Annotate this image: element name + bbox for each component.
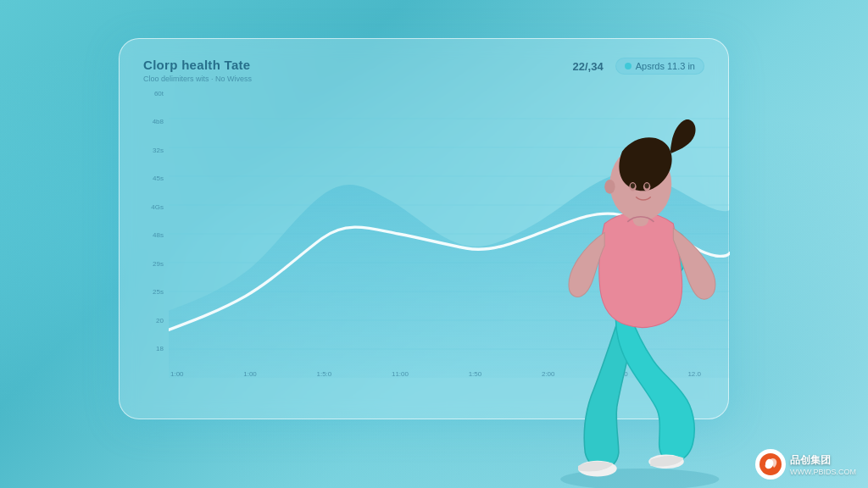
x-label-8: 12.0 [687,370,701,378]
watermark-company: 品创集团 [790,453,856,468]
chart-svg [169,90,730,378]
x-label-6: 2:00 [542,370,555,378]
watermark-logo [755,449,786,480]
y-label-3: 32s [143,147,164,154]
x-label-7: 1:90 [615,370,628,378]
y-label-8: 25s [143,288,164,296]
y-label-4: 45s [143,175,164,182]
card-header: Clorp health Tate Cloo delimiters wits ·… [143,58,704,83]
badge-label: Apsrds 11.3 in [636,61,695,71]
x-label-2: 1:00 [243,370,257,378]
watermark-website: WWW.PBIDS.COM [790,468,856,476]
watermark: 品创集团 WWW.PBIDS.COM [755,449,856,480]
card-meta: 22/,34 Apsrds 11.3 in [573,58,704,75]
y-label-5: 4Gs [143,203,164,211]
y-label-7: 29s [143,260,164,268]
x-label-3: 1:5:0 [317,370,332,378]
x-label-5: 1:50 [469,370,482,378]
x-label-4: 11:00 [392,370,409,378]
y-label-10: 18 [143,345,164,352]
x-axis-labels: 1:00 1:00 1:5:0 11:00 1:50 2:00 1:90 12.… [167,370,704,378]
watermark-text-group: 品创集团 WWW.PBIDS.COM [790,453,856,476]
card-title: Clorp health Tate [143,58,252,72]
brand-icon [759,452,782,476]
badge-dot [625,63,632,69]
card-date: 22/,34 [573,60,604,73]
x-label-1: 1:00 [170,370,184,378]
dashboard-card: Clorp health Tate Cloo delimiters wits ·… [119,38,729,419]
chart-area: 60t 4b8 32s 45s 4Gs 48s 29s 25s 20 18 [143,90,704,378]
y-label-9: 20 [143,317,164,324]
y-axis-labels: 60t 4b8 32s 45s 4Gs 48s 29s 25s 20 18 [143,90,167,352]
card-badge: Apsrds 11.3 in [615,58,704,75]
chart-area-fill [169,173,730,378]
y-label-6: 48s [143,231,164,239]
card-subtitle: Cloo delimiters wits · No Wivess [143,75,252,83]
y-label-2: 4b8 [143,118,164,125]
card-title-group: Clorp health Tate Cloo delimiters wits ·… [143,58,252,83]
y-label-1: 60t [143,90,164,97]
